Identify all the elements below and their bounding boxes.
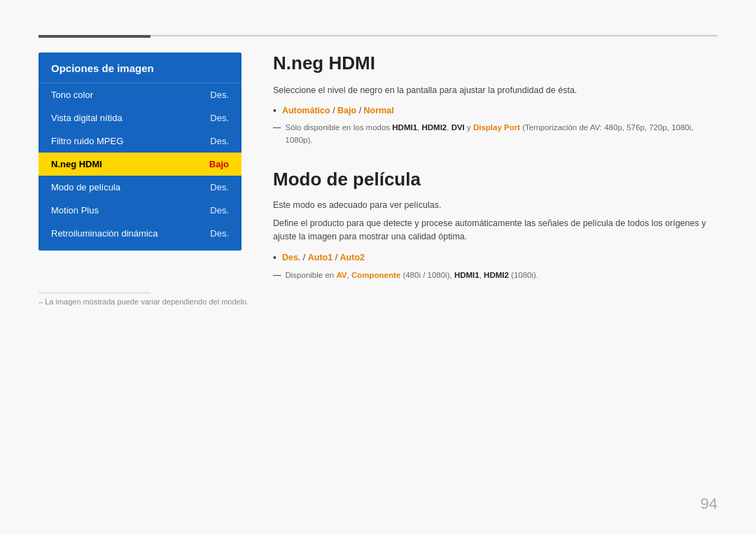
sidebar-item-vista-digital-value: Des.	[210, 113, 229, 123]
sep2: /	[356, 106, 363, 115]
sidebar-item-vista-digital-label: Vista digital nítida	[51, 113, 122, 123]
bottom-note-divider	[38, 293, 150, 293]
section2-options: Des. / Auto1 / Auto2	[282, 251, 365, 265]
option-automatico: Automático	[282, 106, 330, 115]
sidebar-item-motion-plus[interactable]: Motion Plus Des.	[38, 199, 241, 222]
bullet-dot-2: •	[273, 251, 276, 265]
s2-note-av: AV	[336, 271, 346, 279]
section-modo-pelicula: Modo de película Este modo es adecuado p…	[273, 169, 718, 281]
sidebar-item-retroiluminacion-label: Retroiluminación dinámica	[51, 228, 158, 239]
section2-bullet1: • Des. / Auto1 / Auto2	[273, 251, 718, 265]
option-auto1: Auto1	[308, 253, 332, 262]
bullet-dot-1: •	[273, 104, 276, 118]
sidebar-item-motion-plus-label: Motion Plus	[51, 205, 99, 216]
top-bar-accent	[38, 35, 150, 38]
s2-sep1: /	[300, 253, 307, 262]
bottom-note-area: – La imagen mostrada puede variar depend…	[38, 293, 248, 306]
note-hdmi1: HDMI1	[392, 123, 417, 132]
sidebar-item-nneg-hdmi[interactable]: N.neg HDMI Bajo	[38, 153, 241, 176]
section2-desc1: Este modo es adecuado para ver películas…	[273, 200, 718, 210]
sidebar-item-nneg-hdmi-label: N.neg HDMI	[51, 159, 102, 169]
s2-note-componente: Componente	[351, 271, 400, 279]
note-displayport: Display Port	[473, 123, 520, 132]
note-prefix: Sólo disponible en los modos	[286, 123, 393, 132]
section2-desc2: Define el producto para que detecte y pr…	[273, 217, 718, 244]
sidebar-item-tono-color[interactable]: Tono color Des.	[38, 83, 241, 106]
note-y: y	[465, 123, 473, 132]
s2-note-componente-suffix: (480i / 1080i),	[400, 271, 454, 279]
section1-title: N.neg HDMI	[273, 52, 718, 74]
option-auto2: Auto2	[340, 253, 365, 262]
s2-note-hdmi-suffix: (1080i).	[509, 271, 538, 279]
sidebar-item-filtro-ruido-value: Des.	[210, 136, 229, 146]
sidebar: Opciones de imagen Tono color Des. Vista…	[38, 52, 241, 251]
s2-note-hdmi2: HDMI2	[484, 271, 509, 279]
sidebar-item-filtro-ruido-label: Filtro ruido MPEG	[51, 136, 123, 146]
section1-description: Seleccione el nivel de negro en la panta…	[273, 84, 718, 97]
note-text-1: Sólo disponible en los modos HDMI1, HDMI…	[286, 122, 718, 146]
sidebar-item-modo-pelicula[interactable]: Modo de película Des.	[38, 176, 241, 199]
sep1: /	[330, 106, 337, 115]
sidebar-item-retroiluminacion-value: Des.	[210, 228, 229, 239]
sidebar-item-motion-plus-value: Des.	[210, 205, 229, 216]
sidebar-item-vista-digital[interactable]: Vista digital nítida Des.	[38, 106, 241, 129]
note-hdmi2: HDMI2	[421, 123, 447, 132]
note-dvi: DVI	[451, 123, 465, 132]
section1-note: — Sólo disponible en los modos HDMI1, HD…	[273, 122, 718, 146]
section2-title: Modo de película	[273, 169, 718, 190]
section1-bullet1: • Automático / Bajo / Normal	[273, 104, 718, 118]
note-text-2: Disponible en AV, Componente (480i / 108…	[286, 269, 539, 281]
bottom-note-text: – La imagen mostrada puede variar depend…	[38, 297, 248, 306]
sidebar-item-filtro-ruido[interactable]: Filtro ruido MPEG Des.	[38, 129, 241, 153]
page-number: 94	[701, 495, 718, 513]
sidebar-title: Opciones de imagen	[38, 52, 241, 83]
sidebar-item-tono-color-value: Des.	[210, 90, 229, 100]
option-des: Des.	[282, 253, 300, 262]
s2-note-hdmi1: HDMI1	[454, 271, 479, 279]
note-dash-2: —	[273, 269, 281, 281]
note-dash-1: —	[273, 122, 281, 134]
sidebar-item-modo-pelicula-label: Modo de película	[51, 182, 120, 192]
s2-note-prefix: Disponible en	[286, 271, 337, 279]
sidebar-item-retroiluminacion[interactable]: Retroiluminación dinámica Des.	[38, 222, 241, 245]
section-nneg-hdmi: N.neg HDMI Seleccione el nivel de negro …	[273, 52, 718, 146]
sidebar-item-nneg-hdmi-value: Bajo	[209, 159, 229, 169]
main-content: N.neg HDMI Seleccione el nivel de negro …	[273, 52, 718, 281]
option-normal: Normal	[364, 106, 394, 115]
section2-note: — Disponible en AV, Componente (480i / 1…	[273, 269, 718, 281]
section1-options: Automático / Bajo / Normal	[282, 104, 394, 118]
sidebar-item-tono-color-label: Tono color	[51, 90, 93, 100]
option-bajo: Bajo	[337, 106, 356, 115]
sidebar-item-modo-pelicula-value: Des.	[210, 182, 229, 192]
s2-sep2: /	[332, 253, 340, 262]
